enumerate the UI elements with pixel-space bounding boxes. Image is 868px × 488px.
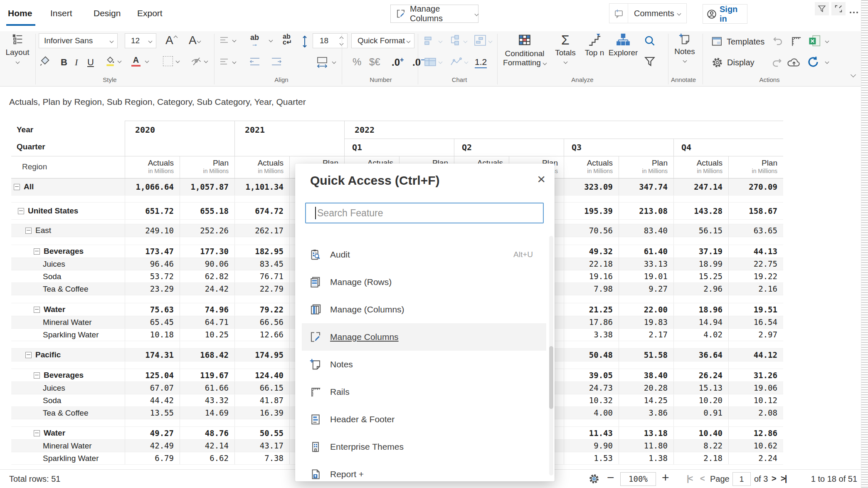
data-cell[interactable]: 21.25	[564, 303, 619, 316]
borders-button[interactable]	[163, 56, 173, 66]
data-cell[interactable]: 13.55	[125, 407, 180, 419]
data-cell[interactable]: 12.86	[728, 427, 783, 439]
data-cell[interactable]: 44.13	[728, 245, 783, 258]
data-cell[interactable]: 174.95	[234, 349, 289, 361]
percent-format-button[interactable]: %	[353, 56, 361, 68]
data-cell[interactable]: 50.55	[234, 427, 289, 439]
first-page-button[interactable]: |<	[687, 474, 692, 483]
row-label[interactable]: Tea & Coffee	[11, 407, 125, 419]
data-cell[interactable]: 22.18	[564, 258, 619, 270]
data-cell[interactable]: 2.16	[728, 283, 783, 295]
data-cell[interactable]: 2.24	[728, 452, 783, 464]
row-label[interactable]: Juices	[11, 382, 125, 394]
data-cell[interactable]: 36.64	[673, 349, 728, 361]
column-header[interactable]: Planin Millions	[180, 156, 234, 178]
year-2021-header[interactable]: 2021	[234, 121, 344, 139]
data-cell[interactable]: 14.25	[619, 394, 673, 406]
chevron-down-icon[interactable]	[118, 59, 122, 63]
data-cell[interactable]: 75.63	[125, 303, 180, 316]
data-cell[interactable]: 43.17	[234, 440, 289, 452]
data-cell[interactable]: 7.38	[234, 452, 289, 464]
data-cell[interactable]: 26.24	[673, 369, 728, 381]
quarter-q4-header[interactable]: Q4	[673, 139, 783, 156]
collapse-toggle-icon[interactable]	[25, 228, 32, 234]
chevron-down-icon[interactable]	[464, 60, 469, 64]
row-label[interactable]: Mineral Water	[11, 440, 125, 452]
last-page-button[interactable]: >|	[781, 474, 786, 483]
data-cell[interactable]: 11.43	[564, 427, 619, 439]
chevron-down-icon[interactable]	[332, 60, 336, 64]
page-scrollbar[interactable]	[861, 0, 868, 488]
data-cell[interactable]: 1,101.34	[234, 178, 289, 195]
data-cell[interactable]: 6.62	[180, 452, 234, 464]
chevron-down-icon[interactable]	[439, 60, 443, 64]
collapse-toggle-icon[interactable]	[25, 352, 32, 358]
chevron-down-icon[interactable]	[145, 59, 149, 63]
data-cell[interactable]: 10.25	[180, 329, 234, 341]
vertical-align-icon[interactable]	[219, 36, 229, 45]
zoom-out-button[interactable]: −	[607, 471, 614, 485]
tab-insert[interactable]: Insert	[50, 8, 72, 18]
quarter-q2-header[interactable]: Q2	[454, 139, 564, 156]
decrease-font-button[interactable]: A	[189, 34, 200, 47]
data-cell[interactable]: 213.08	[619, 203, 673, 219]
increase-font-button[interactable]: A	[165, 34, 176, 47]
sign-in-button[interactable]: Sign in	[703, 4, 747, 24]
data-cell[interactable]: 83.45	[234, 258, 289, 270]
data-cell[interactable]: 323.09	[564, 178, 619, 195]
text-overflow-button[interactable]: ab→	[250, 35, 259, 47]
italic-button[interactable]: I	[75, 57, 78, 68]
data-cell[interactable]: 12.66	[234, 329, 289, 341]
quick-access-item[interactable]: Enterprise Themes	[302, 433, 546, 461]
data-cell[interactable]: 50.48	[564, 349, 619, 361]
bold-button[interactable]: B	[61, 57, 67, 68]
quarter-q3-header[interactable]: Q3	[564, 139, 673, 156]
underline-button[interactable]: U	[87, 57, 94, 68]
chevron-down-icon[interactable]	[176, 59, 180, 63]
column-width-icon[interactable]	[316, 56, 328, 68]
data-cell[interactable]: 168.42	[180, 349, 234, 361]
data-cell[interactable]: 0.91	[673, 407, 728, 419]
table-style-icon[interactable]	[424, 57, 436, 67]
rails-icon[interactable]	[790, 35, 802, 47]
currency-format-button[interactable]: $€	[369, 56, 380, 68]
row-label[interactable]: Water	[11, 303, 125, 316]
chevron-down-icon[interactable]	[825, 60, 829, 64]
row-label[interactable]: East	[11, 224, 125, 237]
data-cell[interactable]: 4.02	[673, 329, 728, 341]
data-cell[interactable]: 22.75	[728, 258, 783, 270]
chevron-down-icon[interactable]	[464, 39, 468, 43]
data-cell[interactable]: 655.18	[180, 203, 234, 219]
data-cell[interactable]: 1.53	[564, 452, 619, 464]
manage-columns-button[interactable]: Manage Columns	[390, 5, 478, 23]
row-axis-year[interactable]: Year	[11, 121, 125, 139]
row-axis-quarter[interactable]: Quarter	[11, 139, 125, 156]
data-cell[interactable]: 61.40	[619, 245, 673, 258]
data-cell[interactable]: 42.49	[125, 440, 180, 452]
quick-access-item[interactable]: Manage (Rows)	[302, 268, 546, 296]
filter-icon[interactable]	[644, 55, 656, 68]
collapse-toggle-icon[interactable]	[34, 372, 40, 379]
data-cell[interactable]: 20.28	[619, 382, 673, 394]
row-label[interactable]: United States	[11, 203, 125, 219]
data-cell[interactable]: 90.06	[180, 258, 234, 270]
tab-export[interactable]: Export	[137, 8, 163, 18]
row-label[interactable]: Soda	[11, 270, 125, 282]
search-feature-input[interactable]: Search Feature	[305, 203, 544, 223]
row-axis-region[interactable]: Region	[11, 156, 125, 178]
data-cell[interactable]: 79.22	[234, 303, 289, 316]
data-cell[interactable]: 143.28	[673, 203, 728, 219]
data-cell[interactable]: 61.66	[180, 382, 234, 394]
data-cell[interactable]: 19.83	[619, 316, 673, 328]
data-cell[interactable]: 182.95	[234, 245, 289, 258]
data-cell[interactable]: 2.17	[619, 329, 673, 341]
data-cell[interactable]: 174.31	[125, 349, 180, 361]
data-cell[interactable]: 24.73	[564, 382, 619, 394]
data-cell[interactable]: 18.99	[673, 258, 728, 270]
top-n-button[interactable]: Top n	[581, 33, 608, 57]
fill-color-button[interactable]	[105, 55, 116, 67]
settings-gear-icon[interactable]	[589, 473, 599, 484]
data-cell[interactable]: 67.07	[125, 382, 180, 394]
chevron-down-icon[interactable]	[269, 38, 273, 42]
chevron-down-icon[interactable]	[439, 39, 443, 43]
